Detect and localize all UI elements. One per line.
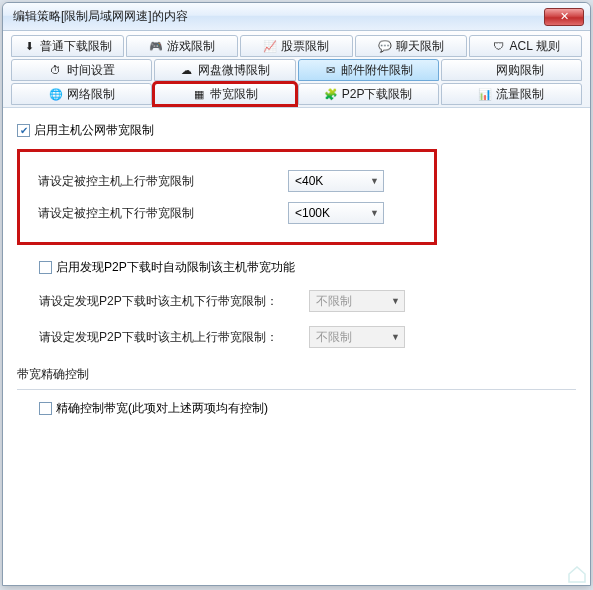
content-panel: ✔ 启用主机公网带宽限制 请设定被控主机上行带宽限制 <40K ▼ 请设定被控主… [3,108,590,584]
uplink-select[interactable]: <40K ▼ [288,170,384,192]
house-icon [567,564,587,584]
tab-acl-rules[interactable]: 🛡ACL 规则 [469,35,582,57]
enable-bandwidth-row: ✔ 启用主机公网带宽限制 [17,122,576,139]
tab-p2p-download[interactable]: 🧩P2P下载限制 [298,83,439,105]
tab-row-3: 🌐网络限制 ▦带宽限制 🧩P2P下载限制 📊流量限制 [11,83,582,105]
tab-label: 邮件附件限制 [341,62,413,79]
p2p-icon: 🧩 [324,87,338,101]
clock-icon: ⏱ [49,63,63,77]
bandwidth-icon: ▦ [192,87,206,101]
p2p-up-row: 请设定发现P2P下载时该主机上行带宽限制： 不限制 ▼ [39,326,576,348]
close-button[interactable]: ✕ [544,8,584,26]
tab-label: 网络限制 [67,86,115,103]
chart-icon: 📊 [478,87,492,101]
download-icon: ⬇ [22,39,36,53]
chevron-down-icon: ▼ [370,208,379,218]
game-icon: 🎮 [149,39,163,53]
precise-row: 精确控制带宽(此项对上述两项均有控制) [39,400,576,417]
tab-game-limit[interactable]: 🎮游戏限制 [126,35,239,57]
tab-label: 游戏限制 [167,38,215,55]
dialog-window: 编辑策略[限制局域网网速]的内容 ✕ ⬇普通下载限制 🎮游戏限制 📈股票限制 💬… [2,2,591,586]
tab-row-1: ⬇普通下载限制 🎮游戏限制 📈股票限制 💬聊天限制 🛡ACL 规则 [11,35,582,57]
cloud-icon: ☁ [180,63,194,77]
tab-label: 普通下载限制 [40,38,112,55]
titlebar: 编辑策略[限制局域网网速]的内容 ✕ [3,3,590,31]
p2p-down-row: 请设定发现P2P下载时该主机下行带宽限制： 不限制 ▼ [39,290,576,312]
tab-bandwidth-limit[interactable]: ▦带宽限制 [154,83,295,105]
tab-netdisk-weibo[interactable]: ☁网盘微博限制 [154,59,295,81]
tab-label: ACL 规则 [510,38,560,55]
chat-icon: 💬 [378,39,392,53]
tab-label: 网购限制 [496,62,544,79]
p2p-auto-row: 启用发现P2P下载时自动限制该主机带宽功能 [39,259,576,276]
uplink-value: <40K [295,174,323,188]
tab-label: 股票限制 [281,38,329,55]
p2p-up-select: 不限制 ▼ [309,326,405,348]
enable-bandwidth-label: 启用主机公网带宽限制 [34,122,154,139]
p2p-up-value: 不限制 [316,329,352,346]
uplink-row: 请设定被控主机上行带宽限制 <40K ▼ [38,170,416,192]
p2p-down-label: 请设定发现P2P下载时该主机下行带宽限制： [39,293,309,310]
precise-label: 精确控制带宽(此项对上述两项均有控制) [56,400,268,417]
tab-chat-limit[interactable]: 💬聊天限制 [355,35,468,57]
p2p-auto-label: 启用发现P2P下载时自动限制该主机带宽功能 [56,259,295,276]
cart-icon [478,63,492,77]
chevron-down-icon: ▼ [391,332,400,342]
mail-icon: ✉ [323,63,337,77]
p2p-auto-checkbox[interactable] [39,261,52,274]
window-title: 编辑策略[限制局域网网速]的内容 [13,8,188,25]
tab-label: 时间设置 [67,62,115,79]
tab-label: 网盘微博限制 [198,62,270,79]
tab-time-setting[interactable]: ⏱时间设置 [11,59,152,81]
tab-label: 流量限制 [496,86,544,103]
precise-group-title: 带宽精确控制 [17,366,576,383]
p2p-down-value: 不限制 [316,293,352,310]
tab-label: 带宽限制 [210,86,258,103]
chevron-down-icon: ▼ [391,296,400,306]
p2p-up-label: 请设定发现P2P下载时该主机上行带宽限制： [39,329,309,346]
bandwidth-settings-highlight: 请设定被控主机上行带宽限制 <40K ▼ 请设定被控主机下行带宽限制 <100K… [17,149,437,245]
watermark [567,564,587,584]
precise-checkbox[interactable] [39,402,52,415]
chevron-down-icon: ▼ [370,176,379,186]
downlink-label: 请设定被控主机下行带宽限制 [38,205,288,222]
downlink-row: 请设定被控主机下行带宽限制 <100K ▼ [38,202,416,224]
tab-shopping-limit[interactable]: 网购限制 [441,59,582,81]
downlink-select[interactable]: <100K ▼ [288,202,384,224]
tab-traffic-limit[interactable]: 📊流量限制 [441,83,582,105]
p2p-down-select: 不限制 ▼ [309,290,405,312]
divider [17,389,576,390]
uplink-label: 请设定被控主机上行带宽限制 [38,173,288,190]
downlink-value: <100K [295,206,330,220]
globe-icon: 🌐 [49,87,63,101]
tab-row-2: ⏱时间设置 ☁网盘微博限制 ✉邮件附件限制 网购限制 [11,59,582,81]
stock-icon: 📈 [263,39,277,53]
tabstrip: ⬇普通下载限制 🎮游戏限制 📈股票限制 💬聊天限制 🛡ACL 规则 ⏱时间设置 … [3,31,590,108]
enable-bandwidth-checkbox[interactable]: ✔ [17,124,30,137]
tab-stock-limit[interactable]: 📈股票限制 [240,35,353,57]
shield-icon: 🛡 [492,39,506,53]
tab-label: 聊天限制 [396,38,444,55]
tab-label: P2P下载限制 [342,86,413,103]
tab-network-limit[interactable]: 🌐网络限制 [11,83,152,105]
tab-mail-attachment[interactable]: ✉邮件附件限制 [298,59,439,81]
tab-normal-download[interactable]: ⬇普通下载限制 [11,35,124,57]
